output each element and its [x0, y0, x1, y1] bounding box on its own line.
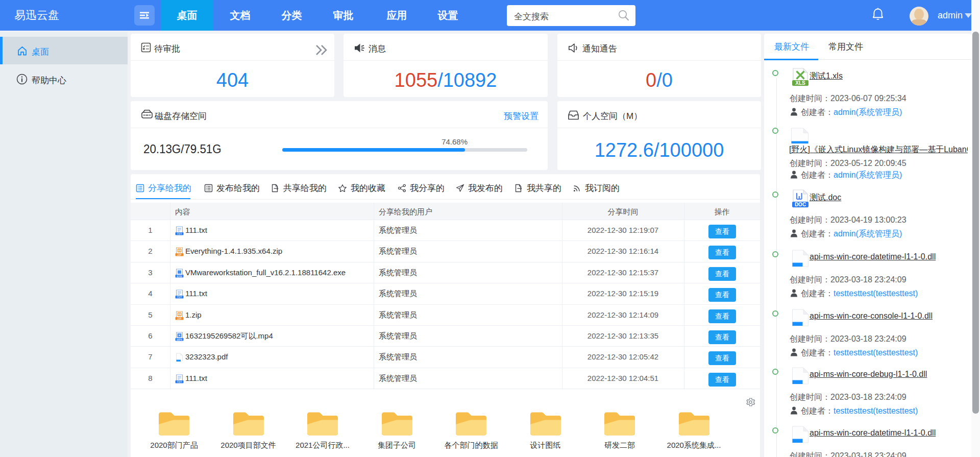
svg-text:ZIP: ZIP	[178, 253, 182, 256]
svg-text:EXE: EXE	[177, 274, 182, 277]
svg-text:XLS: XLS	[795, 80, 805, 86]
svg-text:ZIP: ZIP	[178, 317, 182, 320]
svg-text:DOC: DOC	[795, 202, 806, 207]
svg-text:TXT: TXT	[177, 296, 182, 299]
svg-text:TXT: TXT	[177, 232, 182, 235]
svg-text:TXT: TXT	[177, 380, 182, 383]
svg-text:MP4: MP4	[177, 338, 182, 341]
